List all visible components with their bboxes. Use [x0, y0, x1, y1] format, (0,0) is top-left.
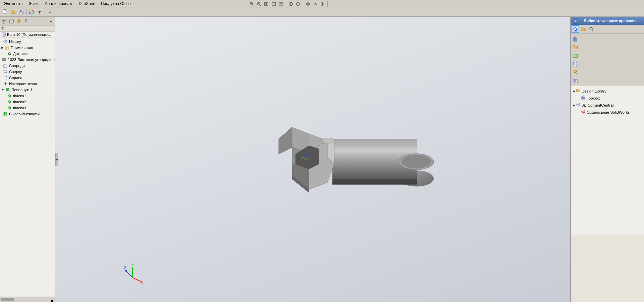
svg-rect-104 [582, 97, 585, 99]
lib-btn-2[interactable] [572, 44, 579, 51]
tree-item-chamfer1[interactable]: Фаска1 [1, 93, 54, 99]
lib-btn-4[interactable] [572, 60, 579, 68]
left-toolbar-btn-3[interactable]: S [15, 18, 22, 24]
lib-btn-6[interactable] [572, 77, 579, 84]
right-plane-icon [3, 75, 8, 80]
tree-item-cutextrude1[interactable]: Вырез-Вытянуть1 [1, 111, 54, 117]
feature-tree[interactable]: History ▶ Примечания Датчики [0, 38, 55, 297]
material-icon [1, 57, 7, 62]
open-btn[interactable] [9, 8, 17, 16]
axes-svg: Z Y X [122, 264, 143, 284]
zoom-in-btn[interactable] [248, 1, 255, 7]
zoom-box-btn[interactable] [270, 1, 277, 7]
svg-marker-44 [4, 71, 7, 73]
viewport[interactable]: ◀ [55, 17, 570, 302]
left-panel: S » Болт 10 (По умолчанию<<По у [0, 17, 55, 302]
tree-item-chamfer3[interactable]: Фаска3 [1, 105, 54, 111]
svg-line-91 [132, 278, 141, 282]
tree-item-origin[interactable]: Исходная точка [1, 81, 54, 87]
menu-office[interactable]: Продукты Office [98, 1, 133, 7]
lib-btn-1[interactable] [572, 35, 579, 43]
collapse-right-btn[interactable]: « [573, 18, 578, 23]
display-style-btn[interactable] [305, 1, 311, 7]
design-lib-icon [576, 88, 581, 94]
collapse-handle[interactable]: ◀ [55, 153, 58, 166]
menu-sketch[interactable]: Эскиз [26, 1, 42, 7]
left-toolbar-btn-4[interactable] [23, 18, 30, 24]
right-label: Справа [9, 76, 22, 80]
more-left-btn[interactable]: » [47, 18, 54, 24]
sw-content-label: Содержание SolidWorks [587, 110, 630, 114]
svg-point-30 [25, 19, 27, 21]
svg-point-18 [322, 3, 323, 5]
h-scrollbar-track[interactable] [15, 298, 51, 301]
new-btn[interactable] [1, 8, 9, 16]
left-toolbar-btn-1[interactable] [1, 18, 7, 24]
lib-search-btn[interactable] [588, 25, 595, 33]
view-arrows-btn[interactable] [295, 1, 302, 7]
view-more-btn[interactable]: … [329, 1, 336, 7]
view-scene-btn[interactable] [312, 1, 319, 7]
bolt-svg [275, 105, 463, 213]
svg-marker-63 [332, 139, 417, 144]
menu-elements[interactable]: Элементы [1, 1, 26, 7]
lib-tree-3dcontent[interactable]: ▶ 3D ContentCentral [572, 102, 643, 109]
front-plane-icon [3, 63, 8, 68]
lib-folder-btn[interactable] [580, 25, 587, 33]
notes-icon [4, 45, 10, 50]
svg-text:S: S [18, 20, 19, 23]
svg-marker-58 [4, 112, 7, 113]
right-preview-area [571, 235, 644, 302]
svg-rect-23 [20, 12, 22, 14]
tree-item-material[interactable]: 1023 Листовая углеродистая [1, 57, 54, 63]
main-toolbar: ▼ » [0, 7, 644, 17]
more-btn[interactable]: » [46, 8, 54, 16]
tree-item-sensors[interactable]: Датчики [1, 51, 54, 57]
options-btn[interactable]: ▼ [36, 8, 43, 16]
right-panel: « Библиотека проектирования [570, 17, 644, 302]
tree-item-right[interactable]: Справа [1, 75, 54, 81]
chamfer1-icon [7, 93, 12, 99]
lib-btn-3[interactable] [572, 52, 579, 59]
tree-item-notes[interactable]: ▶ Примечания [1, 45, 54, 51]
color-btn[interactable] [28, 8, 35, 16]
left-toolbar-btn-2[interactable] [8, 18, 15, 24]
svg-line-85 [126, 271, 132, 278]
right-panel-header: « Библиотека проектирования [571, 17, 644, 25]
save-btn[interactable] [17, 8, 25, 16]
lib-btn-5[interactable] [572, 69, 579, 76]
chamfer2-icon [7, 99, 12, 105]
sensors-label: Датчики [13, 52, 28, 56]
right-tree[interactable]: ▶ Design Library Toolbox ▶ [571, 86, 644, 235]
h-scrollbar-thumb[interactable] [1, 298, 14, 301]
menu-dimxpert[interactable]: DimXpert [76, 1, 98, 7]
tree-item-top[interactable]: Сверху [1, 69, 54, 75]
lib-tree-design[interactable]: ▶ Design Library [572, 87, 643, 95]
zoom-out-btn[interactable] [256, 1, 262, 7]
toolbox-label: Toolbox [587, 96, 600, 100]
svg-rect-95 [575, 30, 576, 31]
coordinate-axes: Z Y X [122, 264, 143, 285]
tree-item-revolve1[interactable]: ▼ Повернуть1 [1, 87, 54, 93]
bolt-model [275, 105, 463, 214]
tree-item-chamfer2[interactable]: Фаска2 [1, 99, 54, 105]
view-section-btn[interactable] [287, 1, 294, 7]
view-settings-btn[interactable] [319, 1, 326, 7]
chamfer3-icon [7, 105, 12, 111]
h-scrollbar-right[interactable]: ▶ [51, 298, 55, 301]
tree-item-history[interactable]: History [1, 39, 54, 45]
lib-home-btn[interactable] [572, 25, 579, 33]
svg-point-70 [322, 138, 334, 143]
zoom-fit-btn[interactable] [263, 1, 270, 7]
svg-rect-41 [2, 59, 6, 60]
svg-marker-45 [5, 76, 7, 79]
tree-item-front[interactable]: Спереди [1, 63, 54, 69]
svg-point-49 [6, 88, 9, 91]
lib-tree-swcontent[interactable]: SW Содержание SolidWorks [572, 109, 643, 116]
svg-point-96 [590, 27, 592, 30]
lib-tree-toolbox[interactable]: Toolbox [572, 95, 643, 102]
view-orient-btn[interactable] [278, 1, 284, 7]
svg-rect-33 [3, 34, 5, 36]
menu-bar: Элементы Эскиз Анализировать DimXpert Пр… [0, 0, 644, 7]
menu-analyze[interactable]: Анализировать [42, 1, 76, 7]
